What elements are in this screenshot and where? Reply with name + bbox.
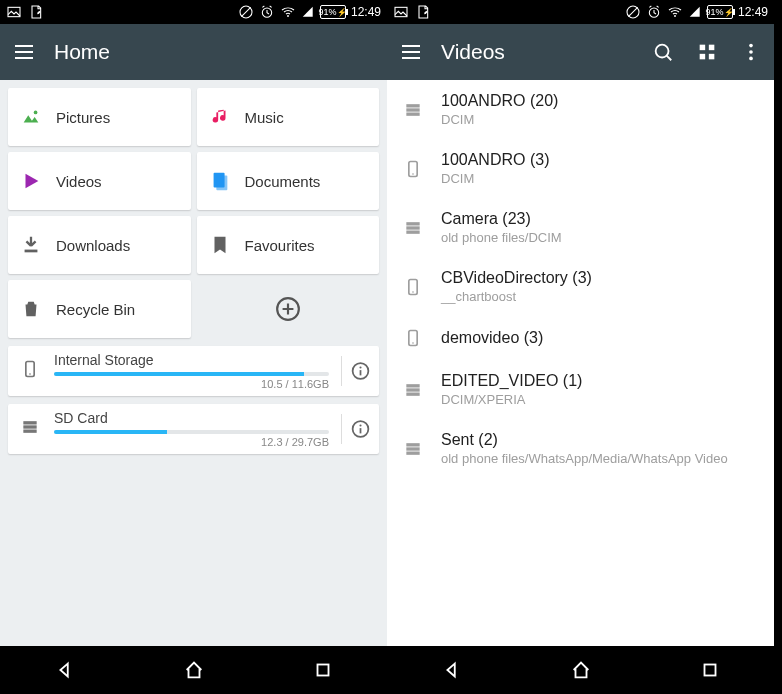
- video-folder-row[interactable]: Sent (2) old phone files/WhatsApp/Media/…: [387, 419, 774, 478]
- phone-videos: 91%⚡ 12:49 Videos 100ANDRO (20) DCIM 100…: [387, 0, 774, 694]
- tile-music[interactable]: Music: [197, 88, 380, 146]
- info-button[interactable]: [341, 414, 371, 444]
- storage-internal-storage[interactable]: Internal Storage 10.5 / 11.6GB: [8, 346, 379, 396]
- clock: 12:49: [738, 5, 768, 19]
- page-title: Home: [54, 40, 110, 64]
- folder-title: Camera (23): [441, 210, 562, 228]
- back-button[interactable]: [441, 659, 463, 681]
- tile-label: Downloads: [56, 237, 130, 254]
- gallery-icon: [6, 4, 22, 20]
- no-disturb-icon: [238, 4, 254, 20]
- status-bar: 91%⚡ 12:49: [0, 0, 387, 24]
- folder-path: DCIM: [441, 171, 549, 186]
- tile-favourites[interactable]: Favourites: [197, 216, 380, 274]
- phone-icon: [403, 159, 423, 179]
- recent-button[interactable]: [312, 659, 334, 681]
- video-folder-row[interactable]: demovideo (3): [387, 316, 774, 360]
- storage-sd-card[interactable]: SD Card 12.3 / 29.7GB: [8, 404, 379, 454]
- folder-title: CBVideoDirectory (3): [441, 269, 592, 287]
- storage-icon: [403, 218, 423, 238]
- music-icon: [209, 106, 231, 128]
- home-button[interactable]: [570, 659, 592, 681]
- wifi-icon: [280, 4, 296, 20]
- storage-icon: [20, 417, 42, 441]
- phone-icon: [403, 277, 423, 297]
- page-title: Videos: [441, 40, 505, 64]
- folder-title: EDITED_VIDEO (1): [441, 372, 582, 390]
- folder-title: Sent (2): [441, 431, 728, 449]
- trash-icon: [20, 298, 42, 320]
- wifi-icon: [667, 4, 683, 20]
- video-folder-row[interactable]: 100ANDRO (3) DCIM: [387, 139, 774, 198]
- app-bar-home: Home: [0, 24, 387, 80]
- video-folder-row[interactable]: EDITED_VIDEO (1) DCIM/XPERIA: [387, 360, 774, 419]
- status-bar: 91%⚡ 12:49: [387, 0, 774, 24]
- tile-pictures[interactable]: Pictures: [8, 88, 191, 146]
- view-grid-icon[interactable]: [696, 41, 718, 63]
- videos-list: 100ANDRO (20) DCIM 100ANDRO (3) DCIM Cam…: [387, 80, 774, 646]
- tile-label: Favourites: [245, 237, 315, 254]
- folder-path: old phone files/WhatsApp/Media/WhatsApp …: [441, 451, 728, 466]
- tile-videos[interactable]: Videos: [8, 152, 191, 210]
- no-disturb-icon: [625, 4, 641, 20]
- home-button[interactable]: [183, 659, 205, 681]
- folder-path: __chartboost: [441, 289, 592, 304]
- storage-bar: [54, 430, 329, 434]
- storage-bar: [54, 372, 329, 376]
- storage-name: Internal Storage: [54, 352, 329, 368]
- play-icon: [20, 170, 42, 192]
- storage-capacity: 10.5 / 11.6GB: [54, 378, 329, 390]
- folder-title: 100ANDRO (20): [441, 92, 558, 110]
- folder-path: DCIM/XPERIA: [441, 392, 582, 407]
- storage-capacity: 12.3 / 29.7GB: [54, 436, 329, 448]
- battery-indicator: 91%⚡: [707, 5, 733, 19]
- menu-icon[interactable]: [399, 40, 423, 64]
- phone-home: 91%⚡ 12:49 Home PicturesMusicVideosDocum…: [0, 0, 387, 694]
- tile-label: Recycle Bin: [56, 301, 135, 318]
- folder-path: old phone files/DCIM: [441, 230, 562, 245]
- storage-icon: [403, 380, 423, 400]
- search-icon[interactable]: [652, 41, 674, 63]
- tile-downloads[interactable]: Downloads: [8, 216, 191, 274]
- gallery-icon: [393, 4, 409, 20]
- note-icon: [28, 4, 44, 20]
- video-folder-row[interactable]: Camera (23) old phone files/DCIM: [387, 198, 774, 257]
- tile-label: Videos: [56, 173, 102, 190]
- plus-icon: [275, 296, 301, 322]
- battery-indicator: 91%⚡: [320, 5, 346, 19]
- clock: 12:49: [351, 5, 381, 19]
- video-folder-row[interactable]: CBVideoDirectory (3) __chartboost: [387, 257, 774, 316]
- nav-bar: [0, 646, 387, 694]
- tile-documents[interactable]: Documents: [197, 152, 380, 210]
- storage-icon: [403, 439, 423, 459]
- info-icon: [350, 418, 371, 440]
- menu-icon[interactable]: [12, 40, 36, 64]
- folder-title: demovideo (3): [441, 329, 543, 347]
- tile-label: Music: [245, 109, 284, 126]
- home-body: PicturesMusicVideosDocumentsDownloadsFav…: [0, 80, 387, 646]
- app-bar-videos: Videos: [387, 24, 774, 80]
- alarm-icon: [646, 4, 662, 20]
- folder-path: DCIM: [441, 112, 558, 127]
- overflow-icon[interactable]: [740, 41, 762, 63]
- storage-icon: [403, 100, 423, 120]
- back-button[interactable]: [54, 659, 76, 681]
- tile-recycle-bin[interactable]: Recycle Bin: [8, 280, 191, 338]
- note-icon: [415, 4, 431, 20]
- alarm-icon: [259, 4, 275, 20]
- storage-name: SD Card: [54, 410, 329, 426]
- recent-button[interactable]: [699, 659, 721, 681]
- add-tile-button[interactable]: [197, 280, 380, 338]
- signal-icon: [301, 5, 315, 19]
- nav-bar: [387, 646, 774, 694]
- tile-label: Documents: [245, 173, 321, 190]
- signal-icon: [688, 5, 702, 19]
- tile-label: Pictures: [56, 109, 110, 126]
- image-icon: [20, 106, 42, 128]
- doc-icon: [209, 170, 231, 192]
- phone-icon: [20, 359, 42, 383]
- video-folder-row[interactable]: 100ANDRO (20) DCIM: [387, 80, 774, 139]
- info-button[interactable]: [341, 356, 371, 386]
- phone-icon: [403, 328, 423, 348]
- info-icon: [350, 360, 371, 382]
